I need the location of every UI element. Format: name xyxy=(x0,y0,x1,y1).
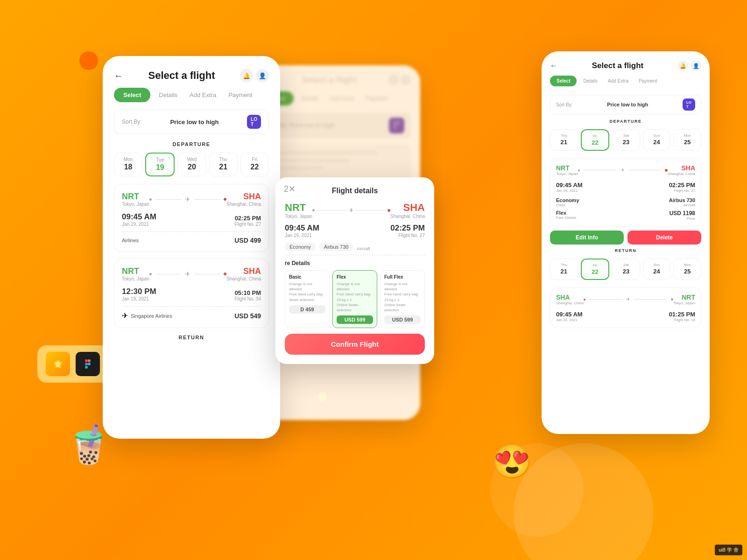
tab-select[interactable]: Select xyxy=(114,88,150,102)
fd-close-btn[interactable]: 2✕ xyxy=(284,184,296,194)
fare-flex-desc: Change is not allowedFree hand carry bag… xyxy=(337,281,373,313)
right-return-route: SHA Shanghai, China ✈ NRT Tokyo, Japan xyxy=(556,294,695,305)
main-title: Select a flight xyxy=(123,70,240,82)
right-return-origin: SHA Shanghai, China xyxy=(556,294,584,305)
right-return-arrive: 01:25 PM Flight No. 18 xyxy=(669,311,695,322)
right-depart-block: 09:45 AM Jan 19, 2021 xyxy=(556,182,583,193)
right-date-mon[interactable]: Mon 25 xyxy=(673,129,701,151)
fare-columns: Basic Change is not allowedFree hand car… xyxy=(285,270,425,328)
flight2-depart: 12:30 PM Jan 19, 2021 xyxy=(122,287,156,301)
flight2-arrive-time: 05:10 PM xyxy=(234,289,261,296)
right-price-info: USD 1198 Price xyxy=(627,210,695,221)
flight2-depart-date: Jan 19, 2021 xyxy=(122,296,156,301)
fd-origin-city: Tokyo, Japan xyxy=(285,214,312,219)
right-tab-payment[interactable]: Payment xyxy=(635,75,661,87)
flight-details-card: 2✕ Flight details NRT Tokyo, Japan ✈ SHA… xyxy=(275,177,434,364)
right-ret-thu[interactable]: Thu 21 xyxy=(550,259,578,280)
right-depart-time: 09:45 AM xyxy=(556,182,583,189)
middle-sort: Sort By: Price low to high LOT xyxy=(261,113,411,138)
middle-tabs: Select Details Add Extra Payment xyxy=(261,91,411,105)
right-ret-day-fri: Fri xyxy=(584,263,607,267)
edit-info-btn[interactable]: Edit Info xyxy=(550,231,624,245)
flight2-arrive: 05:10 PM Flight No. 34 xyxy=(234,289,261,301)
right-fare-info: Flex Fare Details xyxy=(556,210,624,221)
flight1-arrow: ✈ xyxy=(149,196,226,203)
date-item-tue[interactable]: Tue 19 xyxy=(145,153,175,176)
edit-delete-row: Edit Info Delete xyxy=(550,231,701,245)
right-filter-btn[interactable]: LOT xyxy=(683,98,695,111)
date-day-tue: Tue xyxy=(148,157,172,162)
fare-basic[interactable]: Basic Change is not allowedFree hand car… xyxy=(285,270,330,328)
date-item-fri[interactable]: Fri 22 xyxy=(240,153,269,176)
right-profile-icon[interactable]: 👤 xyxy=(691,61,701,71)
date-day-wed: Wed xyxy=(180,157,204,162)
tab-payment[interactable]: Payment xyxy=(225,88,256,102)
right-back-btn[interactable]: ← xyxy=(550,62,557,70)
right-ret-mon[interactable]: Mon 25 xyxy=(673,259,701,280)
flight1-no: Flight No. 27 xyxy=(234,222,261,227)
date-num-thu: 21 xyxy=(211,163,235,171)
delete-btn[interactable]: Delete xyxy=(627,231,701,245)
right-date-sat[interactable]: Sat 23 xyxy=(612,129,640,151)
right-flight-times: 09:45 AM Jan 19, 2021 02:25 PM Flight No… xyxy=(556,182,695,193)
confirm-flight-btn[interactable]: Confirm Flight xyxy=(285,334,425,355)
flight1-price: USD 499 xyxy=(234,237,261,244)
date-item-wed[interactable]: Wed 20 xyxy=(177,153,206,176)
right-date-thu[interactable]: Thu 21 xyxy=(550,129,578,151)
filter-button[interactable]: LOT xyxy=(247,115,261,129)
right-date-day-thu: Thu xyxy=(552,133,576,138)
right-date-day-sun: Sun xyxy=(645,133,669,138)
fd-origin-code: NRT xyxy=(285,202,312,214)
right-depart-date: Jan 19, 2021 xyxy=(556,189,583,193)
right-return-times: 09:45 AM Jan 22, 2021 01:25 PM Flight No… xyxy=(556,311,695,322)
right-return-origin-code: SHA xyxy=(556,294,584,301)
right-notification-icon[interactable]: 🔔 xyxy=(678,61,688,71)
main-step-tabs: Select Details Add Extra Payment xyxy=(103,88,280,102)
main-sort-bar[interactable]: Sort By: Price low to high LOT xyxy=(114,110,269,134)
right-return-flight-card[interactable]: SHA Shanghai, China ✈ NRT Tokyo, Japan xyxy=(550,287,701,328)
right-arrive-time: 02:25 PM xyxy=(669,182,695,189)
right-ret-sat[interactable]: Sat 23 xyxy=(612,259,640,280)
right-ret-fri[interactable]: Fri 22 xyxy=(581,259,610,280)
flight1-airline: Airlines xyxy=(122,238,139,243)
right-return-title: RETURN xyxy=(542,248,710,253)
right-tab-details[interactable]: Details xyxy=(579,75,601,87)
fare-flex[interactable]: Flex Change is not allowedFree hand carr… xyxy=(332,270,377,328)
fare-full-flex[interactable]: Full Flex Change is not allowedFree hand… xyxy=(380,270,425,328)
flight1-origin-code: NRT xyxy=(122,192,149,202)
notification-icon[interactable]: 🔔 xyxy=(240,69,253,82)
right-sort-bar[interactable]: Sort By: Price low to high LOT xyxy=(550,95,701,114)
flight2-airline: Singapore Airlines xyxy=(131,313,172,319)
main-back-btn[interactable]: ← xyxy=(114,70,123,81)
profile-icon[interactable]: 👤 xyxy=(256,69,269,82)
sort-value: Price low to high xyxy=(170,119,218,126)
tab-add-extra[interactable]: Add Extra xyxy=(186,88,220,102)
right-tab-select[interactable]: Select xyxy=(550,76,577,86)
fd-arrive: 02:25 PM Flight No. 27 xyxy=(390,224,425,238)
flight2-dest-code: SHA xyxy=(226,266,261,276)
right-ret-num-sun: 24 xyxy=(645,268,669,275)
right-flight-card[interactable]: NRT Tokyo, Japan ✈ SHA Shanghai, China xyxy=(550,158,701,227)
right-tab-extra[interactable]: Add Extra xyxy=(604,75,632,87)
date-num-mon: 18 xyxy=(116,163,140,171)
phone-right: ← Select a flight 🔔 👤 Select Details Add… xyxy=(542,51,710,434)
fd-tags: Economy Airbus 730 Aircraft xyxy=(285,243,425,251)
right-date-sun[interactable]: Sun 24 xyxy=(643,129,671,151)
flight1-arrive: 02:25 PM Flight No. 27 xyxy=(234,215,261,227)
date-item-thu[interactable]: Thu 21 xyxy=(209,153,238,176)
right-ret-sun[interactable]: Sun 24 xyxy=(643,259,671,280)
right-flight-info-grid: Economy Class Airbus 730 Aircraft Flex F… xyxy=(556,197,695,221)
tab-details[interactable]: Details xyxy=(155,88,181,102)
flight-card-2[interactable]: NRT Tokyo, Japan ✈ SHA Shanghai, China xyxy=(114,259,269,328)
right-date-day-sat: Sat xyxy=(614,133,638,138)
right-step-tabs: Select Details Add Extra Payment xyxy=(542,75,710,87)
flight1-dest-city: Shanghai, China xyxy=(226,202,261,207)
fd-arrive-time: 02:25 PM xyxy=(390,224,425,233)
right-date-fri[interactable]: Fri 22 xyxy=(581,129,610,151)
flight-card-1[interactable]: NRT Tokyo, Japan ✈ SHA Shanghai, China xyxy=(114,184,269,252)
flight1-dest: SHA Shanghai, China xyxy=(226,192,261,207)
date-item-mon[interactable]: Mon 18 xyxy=(114,153,142,176)
right-return-origin-city: Shanghai, China xyxy=(556,301,584,305)
divider1 xyxy=(122,231,261,232)
flight2-origin-city: Tokyo, Japan xyxy=(122,276,149,281)
